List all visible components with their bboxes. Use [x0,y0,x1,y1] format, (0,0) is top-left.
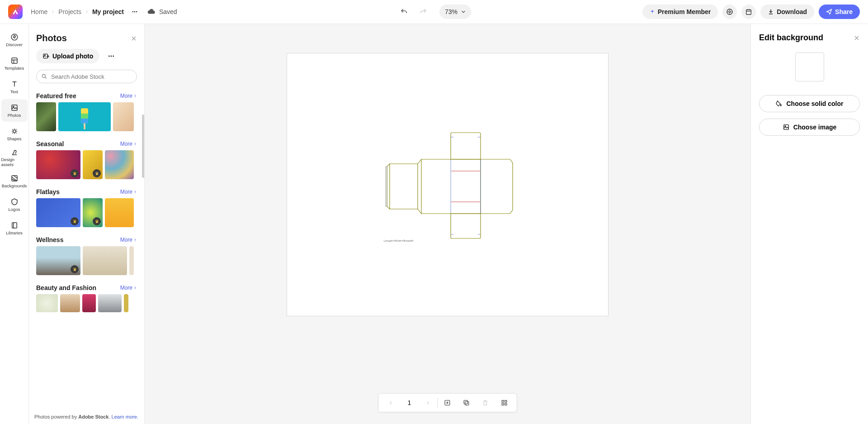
chevron-right-icon [51,10,55,14]
rail-backgrounds[interactable]: Backgrounds [1,170,28,192]
close-panel-button[interactable] [131,35,137,42]
rail-discover[interactable]: Discover [1,29,28,51]
background-color-swatch[interactable] [795,52,824,81]
section-title: Seasonal [36,140,64,148]
premium-button[interactable]: Premium Member [642,5,718,19]
panel-body[interactable]: Upload photo Featured freeMore SeasonalM… [29,49,144,410]
page-navigator: 1 [378,393,517,412]
photo-thumb[interactable] [105,150,134,179]
premium-badge-icon: ♛ [93,217,101,225]
photo-thumb[interactable]: ♛ [36,150,80,179]
svg-point-10 [13,130,16,133]
photo-thumb[interactable]: ♛ [36,246,80,275]
section-title: Flatlays [36,188,60,195]
choose-solid-color-button[interactable]: Choose solid color [759,95,860,112]
premium-badge-icon: ♛ [71,217,79,225]
app-logo[interactable] [8,5,23,19]
upload-more-menu[interactable] [104,49,118,63]
search-input-wrapper[interactable] [36,70,137,83]
photo-thumb[interactable] [124,294,128,312]
delete-page-button[interactable] [476,393,495,412]
share-button[interactable]: Share [819,5,860,19]
zoom-value: 73% [445,8,458,15]
photo-thumb[interactable] [129,246,134,275]
chevron-down-icon [461,10,466,14]
breadcrumb-projects[interactable]: Projects [58,8,81,15]
photo-thumb[interactable] [82,294,96,312]
section-title: Wellness [36,236,63,243]
choose-image-button[interactable]: Choose image [759,119,860,136]
photo-thumb[interactable] [58,102,111,131]
prev-page-button[interactable] [382,393,401,412]
next-page-button[interactable] [419,393,438,412]
svg-point-35 [785,126,786,127]
premium-badge-icon: ♛ [71,169,79,177]
svg-point-18 [42,74,45,77]
svg-point-2 [136,11,137,12]
panel-scrollbar[interactable] [142,114,144,178]
photo-thumb[interactable] [98,294,122,312]
send-icon [826,9,832,15]
chevron-right-icon [85,10,89,14]
photo-thumb[interactable]: ♛ [83,198,103,227]
canvas-area[interactable]: Length×Width×Breadth 1 [145,24,750,424]
artboard[interactable]: Length×Width×Breadth [287,53,609,316]
undo-button[interactable] [397,5,411,19]
svg-point-14 [44,55,45,56]
photo-thumb[interactable] [36,102,56,131]
calendar-button[interactable] [741,5,756,19]
search-input[interactable] [51,73,132,80]
download-button[interactable]: Download [760,5,814,19]
photo-thumb[interactable] [60,294,80,312]
rail-libraries[interactable]: Libraries [1,217,28,239]
svg-point-17 [113,56,114,57]
svg-point-16 [111,56,112,57]
page-number: 1 [401,399,419,406]
duplicate-page-button[interactable] [457,393,476,412]
rail-templates[interactable]: Templates [1,52,28,75]
rail-text[interactable]: Text [1,76,28,98]
section-more-link[interactable]: More [120,237,137,243]
package-dieline [287,53,609,317]
svg-rect-34 [783,125,788,130]
zoom-control[interactable]: 73% [439,5,471,19]
rail-shapes[interactable]: Shapes [1,123,28,145]
premium-badge-icon: ♛ [93,169,101,177]
cloud-icon [147,8,156,16]
svg-point-15 [108,56,110,57]
learn-more-link[interactable]: Learn more. [112,414,138,419]
photo-thumb[interactable]: ♛ [36,198,80,227]
rail-design-assets[interactable]: Design assets [1,146,28,169]
photo-thumb[interactable] [36,294,58,312]
paint-bucket-icon [775,100,783,107]
rail-photos[interactable]: Photos [1,99,28,122]
svg-rect-32 [502,403,504,405]
section-title: Featured free [36,92,76,100]
help-button[interactable] [722,5,737,19]
section-more-link[interactable]: More [120,285,137,291]
breadcrumb-current[interactable]: My project [92,8,124,15]
search-icon [41,73,47,80]
section-more-link[interactable]: More [120,189,137,195]
close-right-panel-button[interactable] [854,35,860,41]
rail-logos[interactable]: Logos [1,193,28,216]
photo-thumb[interactable] [113,102,134,131]
svg-rect-29 [464,400,467,404]
photo-thumb[interactable]: ♛ [83,150,103,179]
section-more-link[interactable]: More [120,93,137,99]
add-page-button[interactable] [438,393,457,412]
sparkle-icon [650,9,655,14]
svg-rect-31 [505,400,507,402]
upload-photo-button[interactable]: Upload photo [36,49,99,63]
breadcrumb-home[interactable]: Home [31,8,47,15]
svg-rect-12 [12,223,17,228]
section-more-link[interactable]: More [120,141,137,147]
panel-title: Photos [36,33,131,43]
project-more-menu[interactable] [128,5,141,18]
photo-thumb[interactable] [105,198,134,227]
top-bar: Home Projects My project Saved 73% Premi… [0,0,868,24]
saved-label: Saved [159,8,177,15]
photo-thumb[interactable] [83,246,127,275]
redo-button[interactable] [416,5,430,19]
grid-view-button[interactable] [495,393,514,412]
